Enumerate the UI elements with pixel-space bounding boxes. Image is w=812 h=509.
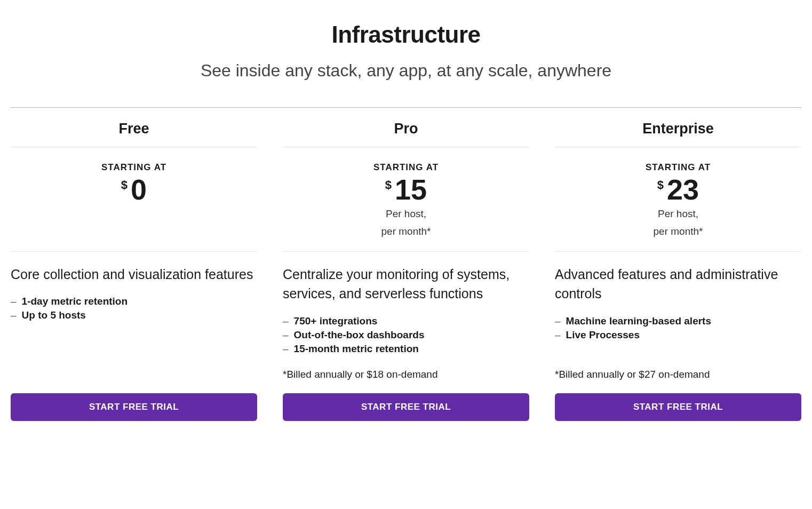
currency-symbol: $ [385,178,392,192]
plan-details: Advanced features and administrative con… [555,252,801,421]
plan-description: Centralize your monitoring of systems, s… [283,265,529,304]
plan-free: Free STARTING AT $ 0 Core collection and… [11,121,257,421]
plan-name: Enterprise [555,121,801,147]
price-block: STARTING AT $ 0 [11,147,257,252]
feature-item: Live Processes [555,328,801,342]
price-line: $ 23 [657,175,699,204]
start-free-trial-button[interactable]: START FREE TRIAL [283,393,529,421]
plan-description: Core collection and visualization featur… [11,265,257,284]
billing-note: *Billed annually or $27 on-demand [555,369,801,380]
top-divider [11,107,801,108]
page-title: Infrastructure [11,21,801,48]
price-amount: 23 [667,175,699,204]
start-free-trial-button[interactable]: START FREE TRIAL [11,393,257,421]
feature-item: 750+ integrations [283,314,529,328]
feature-item: Up to 5 hosts [11,308,257,322]
starting-at-label: STARTING AT [283,162,529,173]
feature-item: Machine learning-based alerts [555,314,801,328]
starting-at-label: STARTING AT [11,162,257,173]
currency-symbol: $ [657,178,664,192]
start-free-trial-button[interactable]: START FREE TRIAL [555,393,801,421]
plan-name: Free [11,121,257,147]
per-unit-line-2: per month* [283,225,529,239]
plan-details: Centralize your monitoring of systems, s… [283,252,529,421]
price-amount: 0 [131,175,147,204]
plan-details: Core collection and visualization featur… [11,252,257,421]
price-line: $ 15 [385,175,427,204]
feature-item: 1-day metric retention [11,295,257,308]
feature-list: 750+ integrations Out-of-the-box dashboa… [283,314,529,356]
currency-symbol: $ [121,178,128,192]
pricing-plans: Free STARTING AT $ 0 Core collection and… [11,121,801,421]
per-unit-line-1: Per host, [555,207,801,221]
starting-at-label: STARTING AT [555,162,801,173]
plan-enterprise: Enterprise STARTING AT $ 23 Per host, pe… [555,121,801,421]
price-amount: 15 [395,175,427,204]
per-unit-line-2: per month* [555,225,801,239]
plan-pro: Pro STARTING AT $ 15 Per host, per month… [283,121,529,421]
page-header: Infrastructure See inside any stack, any… [11,21,801,81]
feature-list: 1-day metric retention Up to 5 hosts [11,295,257,322]
price-block: STARTING AT $ 23 Per host, per month* [555,147,801,252]
feature-item: 15-month metric retention [283,342,529,356]
billing-note: *Billed annually or $18 on-demand [283,369,529,380]
plan-name: Pro [283,121,529,147]
feature-list: Machine learning-based alerts Live Proce… [555,314,801,342]
page-subtitle: See inside any stack, any app, at any sc… [11,61,801,81]
feature-item: Out-of-the-box dashboards [283,328,529,342]
price-block: STARTING AT $ 15 Per host, per month* [283,147,529,252]
plan-description: Advanced features and administrative con… [555,265,801,304]
per-unit-line-1: Per host, [283,207,529,221]
price-line: $ 0 [121,175,147,204]
